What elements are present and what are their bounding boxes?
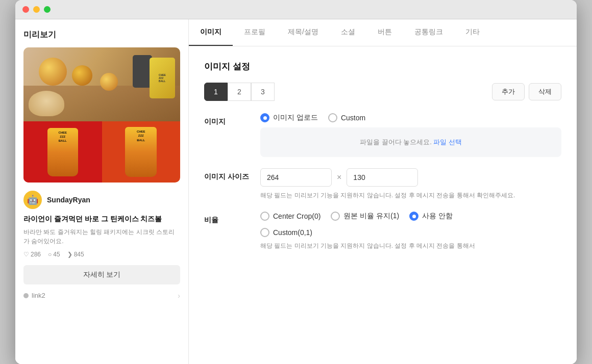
link-text: link2 <box>32 292 45 299</box>
preview-bottom-right-image: CHEEZZZBALL <box>102 121 181 183</box>
ratio-custom-radio[interactable]: Custom(0,1) <box>260 228 312 237</box>
post-title: 라이언이 즐겨먹던 바로 그 틴케이스 치즈볼 <box>23 214 180 224</box>
preview-top-image: CHEEZZZBALL <box>23 47 180 121</box>
center-crop-label: Center Crop(0) <box>273 212 320 220</box>
avatar: 🤖 <box>23 191 42 209</box>
preview-title: 미리보기 <box>23 30 180 40</box>
ratio-custom-row: Custom(0,1) <box>260 228 561 237</box>
custom-ratio-label: Custom(0,1) <box>273 228 312 237</box>
none-radio-circle <box>409 212 418 221</box>
image-upload-radio-circle <box>260 113 269 122</box>
profile-section: 🤖 SundayRyan <box>23 191 180 209</box>
image-radio-group: 이미지 업로드 Custom <box>260 113 561 122</box>
ratio-hint: 해당 필드는 미리보기 기능을 지원하지 않습니다. 설정 후 메시지 전송을 … <box>260 241 561 251</box>
custom-radio-circle <box>260 228 269 237</box>
times-icon: × <box>337 173 341 182</box>
original-ratio-radio-circle <box>331 212 340 221</box>
shares-count: 845 <box>74 251 84 258</box>
post-stats: ♡ 286 ○ 45 ❯ 845 <box>23 251 180 258</box>
image-custom-radio-circle <box>328 113 337 122</box>
image-upload-radio[interactable]: 이미지 업로드 <box>260 113 318 122</box>
chevron-right-icon: › <box>178 292 180 300</box>
width-input[interactable] <box>260 168 332 187</box>
ratio-first-row: Center Crop(0) 원본 비율 유지(1) <box>260 212 561 221</box>
tab-social[interactable]: 소셜 <box>330 19 366 46</box>
image-upload-label: 이미지 업로드 <box>273 113 318 122</box>
close-button[interactable] <box>22 6 29 13</box>
size-form-control: × 해당 필드는 미리보기 기능을 지원하지 않습니다. 설정 후 메시지 전송… <box>260 168 561 200</box>
left-panel: 미리보기 CHEEZ <box>15 19 189 364</box>
post-description: 바라만 봐도 즐거워지는 힐링 패키지에는 시크릿 스토리가 숨어있어요. <box>23 227 180 246</box>
delete-image-button[interactable]: 삭제 <box>529 83 561 100</box>
right-panel: 이미지 프로필 제목/설명 소셜 버튼 공통링크 기타 이미지 설정 1 2 3… <box>189 19 577 364</box>
username-label: SundayRyan <box>47 196 90 204</box>
center-crop-radio-circle <box>260 212 269 221</box>
tab-link[interactable]: 공통링크 <box>403 19 454 46</box>
ratio-none-radio[interactable]: 사용 안함 <box>409 212 453 221</box>
comments-count: 45 <box>53 251 60 258</box>
original-ratio-label: 원본 비율 유지(1) <box>343 212 399 221</box>
tab-image[interactable]: 이미지 <box>189 19 233 46</box>
none-label: 사용 안함 <box>422 212 453 221</box>
link-row: link2 › <box>23 291 180 301</box>
minimize-button[interactable] <box>33 6 40 13</box>
tabs-bar: 이미지 프로필 제목/설명 소셜 버튼 공통링크 기타 <box>189 19 577 46</box>
height-input[interactable] <box>347 168 418 187</box>
file-select-link[interactable]: 파일 선택 <box>433 138 462 146</box>
image-tab-1[interactable]: 1 <box>204 83 228 101</box>
link-dot-icon <box>23 293 29 298</box>
size-form-row: 이미지 사이즈 × 해당 필드는 미리보기 기능을 지원하지 않습니다. 설정 … <box>204 168 561 200</box>
ratio-label: 비율 <box>204 212 250 225</box>
likes-stat: ♡ 286 <box>23 251 41 258</box>
preview-bottom-images: CHEEZZZBALL CHEEZZZBALL <box>23 121 180 183</box>
maximize-button[interactable] <box>44 6 51 13</box>
upload-area[interactable]: 파일을 끌어다 놓으세요. 파일 선택 <box>260 127 561 157</box>
likes-count: 286 <box>31 251 41 258</box>
heart-icon: ♡ <box>23 251 29 258</box>
image-tab-3[interactable]: 3 <box>251 83 275 101</box>
panel-body: 이미지 설정 1 2 3 추가 삭제 이미지 <box>189 46 577 364</box>
preview-bottom-left-image: CHEEZZZBALL <box>23 121 102 183</box>
main-content: 미리보기 CHEEZ <box>15 19 577 364</box>
preview-images: CHEEZZZBALL CHEEZZZBALL <box>23 47 180 183</box>
comments-stat: ○ 45 <box>48 251 60 258</box>
upload-hint: 파일을 끌어다 놓으세요. <box>360 138 432 146</box>
share-icon: ❯ <box>67 251 72 258</box>
tab-etc[interactable]: 기타 <box>454 19 491 46</box>
tab-title[interactable]: 제목/설명 <box>277 19 330 46</box>
image-tabs-row: 1 2 3 추가 삭제 <box>204 83 561 101</box>
link-label: link2 <box>23 292 45 299</box>
ratio-form-control: Center Crop(0) 원본 비율 유지(1) <box>260 212 561 251</box>
ratio-center-crop-radio[interactable]: Center Crop(0) <box>260 212 320 221</box>
image-form-control: 이미지 업로드 Custom 파일을 끌어다 놓으세요. 파일 선택 <box>260 113 561 157</box>
add-image-button[interactable]: 추가 <box>492 83 525 100</box>
app-window: 미리보기 CHEEZ <box>15 0 577 364</box>
size-inputs: × <box>260 168 561 187</box>
tab-profile[interactable]: 프로필 <box>233 19 277 46</box>
ratio-group: Center Crop(0) 원본 비율 유지(1) <box>260 212 561 237</box>
image-label: 이미지 <box>204 113 250 126</box>
ratio-form-row: 비율 Center Crop(0) 원본 비율 유지(1) <box>204 212 561 251</box>
shares-stat: ❯ 845 <box>67 251 84 258</box>
titlebar <box>15 0 577 19</box>
size-label: 이미지 사이즈 <box>204 168 250 181</box>
image-custom-radio[interactable]: Custom <box>328 113 365 122</box>
ratio-original-radio[interactable]: 원본 비율 유지(1) <box>331 212 399 221</box>
detail-button[interactable]: 자세히 보기 <box>23 265 180 284</box>
section-title: 이미지 설정 <box>204 61 561 72</box>
size-hint: 해당 필드는 미리보기 기능을 지원하지 않습니다. 설정 후 메시지 전송을 … <box>260 191 561 200</box>
image-custom-label: Custom <box>341 114 365 122</box>
comment-icon: ○ <box>48 251 52 258</box>
image-tab-actions: 추가 삭제 <box>492 83 561 100</box>
image-form-row: 이미지 이미지 업로드 Custom <box>204 113 561 157</box>
tab-button[interactable]: 버튼 <box>366 19 403 46</box>
image-tab-2[interactable]: 2 <box>228 83 251 101</box>
